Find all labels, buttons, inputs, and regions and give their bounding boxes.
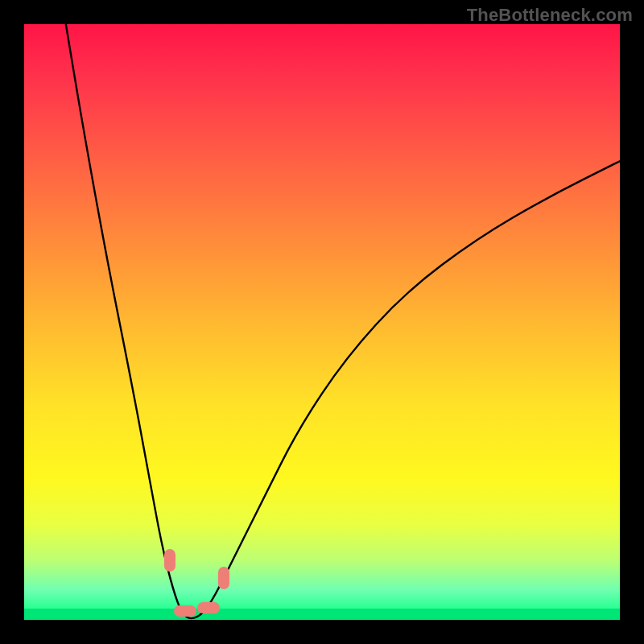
plot-area (24, 24, 620, 620)
curve-svg (24, 24, 620, 620)
curve-path (66, 24, 620, 618)
trough-right-marker (197, 602, 220, 613)
trough-left-marker (174, 605, 196, 617)
right-ascent-marker (218, 567, 229, 589)
chart-stage: TheBottleneck.com (0, 0, 644, 644)
watermark-text: TheBottleneck.com (467, 5, 633, 26)
left-descent-marker (164, 549, 175, 572)
